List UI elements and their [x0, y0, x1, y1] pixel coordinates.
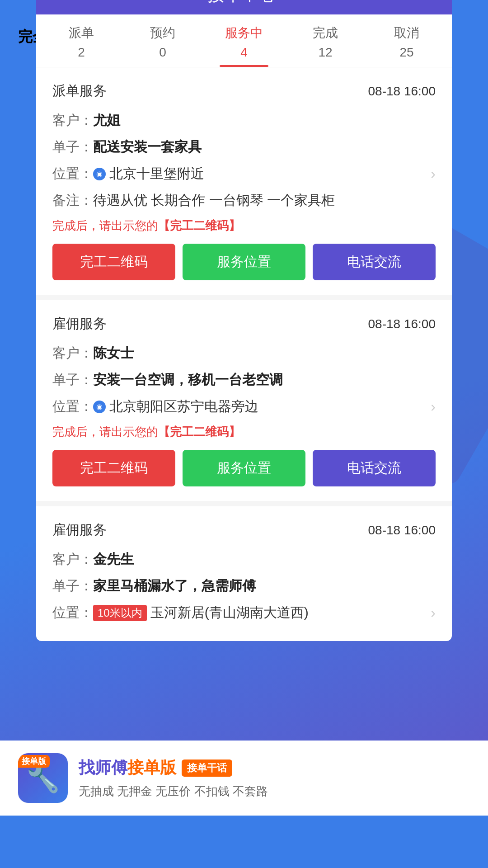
card3-order: 家里马桶漏水了，急需师傅 [93, 577, 256, 595]
distance-badge: 10米以内 [93, 605, 147, 621]
card2-customer: 陈女士 [93, 344, 134, 363]
card2-location-row[interactable]: 位置： 北京朝阳区苏宁电器旁边 › [52, 397, 436, 416]
tab-cancel-count: 25 [399, 45, 413, 60]
ad-icon: 接单版 🔧 [18, 753, 68, 803]
card1-btn-phone[interactable]: 电话交流 [313, 244, 436, 280]
card2-location-arrow: › [431, 398, 436, 415]
card1-actions: 完工二维码 服务位置 电话交流 [52, 244, 436, 280]
tab-cancel-label: 取消 [394, 24, 419, 42]
card2-order: 安装一台空调，移机一台老空调 [93, 371, 283, 389]
nav-bar: ‹ 接单中心 [36, 0, 452, 14]
ad-content: 找师傅接单版 接单干话 无抽成 无押金 无压价 不扣钱 不套路 [79, 757, 470, 799]
card2-btn-phone[interactable]: 电话交流 [313, 450, 436, 486]
tab-cancel[interactable]: 取消 25 [366, 14, 447, 67]
card3-order-row: 单子： 家里马桶漏水了，急需师傅 [52, 577, 436, 595]
card2-order-row: 单子： 安装一台空调，移机一台老空调 [52, 371, 436, 389]
nav-title: 接单中心 [65, 0, 419, 6]
card1-note-label: 备注： [52, 191, 93, 210]
card3-customer: 金先生 [93, 550, 134, 569]
tab-in-service-label: 服务中 [225, 24, 263, 42]
ad-title-main: 找师傅接单版 [79, 757, 176, 779]
card3-customer-row: 客户： 金先生 [52, 550, 436, 569]
card2-qr-reminder: 完成后，请出示您的【完工二维码】 [52, 424, 436, 440]
tab-dispatch-label: 派单 [69, 24, 94, 42]
card3-customer-label: 客户： [52, 550, 93, 569]
card2-customer-label: 客户： [52, 344, 93, 363]
card3-time: 08-18 16:00 [368, 523, 436, 538]
service-card-2: 雇佣服务 08-18 16:00 客户： 陈女士 单子： 安装一台空调，移机一台… [36, 300, 452, 506]
location-icon-2 [93, 401, 106, 413]
tab-dispatch[interactable]: 派单 2 [41, 14, 122, 67]
tab-dispatch-count: 2 [78, 45, 85, 60]
card1-location-row[interactable]: 位置： 北京十里堡附近 › [52, 165, 436, 183]
card1-btn-qr[interactable]: 完工二维码 [52, 244, 175, 280]
card1-order-label: 单子： [52, 138, 93, 156]
ad-subtitle: 无抽成 无押金 无压价 不扣钱 不套路 [79, 783, 470, 799]
card1-btn-location[interactable]: 服务位置 [183, 244, 305, 280]
card1-customer-row: 客户： 尤姐 [52, 111, 436, 130]
card1-type: 派单服务 [52, 82, 107, 100]
tab-complete-label: 完成 [313, 24, 338, 42]
card2-type: 雇佣服务 [52, 315, 107, 333]
card1-location-label: 位置： [52, 165, 93, 183]
card1-location-arrow: › [431, 165, 436, 182]
card3-location: 玉河新居(青山湖南大道西) [150, 604, 431, 622]
tab-appointment-count: 0 [159, 45, 166, 60]
tab-complete-count: 12 [318, 45, 332, 60]
ad-icon-badge: 接单版 [18, 755, 50, 768]
card1-customer: 尤姐 [93, 111, 120, 130]
ad-banner: 接单版 🔧 找师傅接单版 接单干话 无抽成 无押金 无压价 不扣钱 不套路 [0, 741, 488, 816]
card2-btn-qr[interactable]: 完工二维码 [52, 450, 175, 486]
service-card-3: 雇佣服务 08-18 16:00 客户： 金先生 单子： 家里马桶漏水了，急需师… [36, 506, 452, 641]
tab-in-service[interactable]: 服务中 4 [203, 14, 285, 67]
card1-time: 08-18 16:00 [368, 84, 436, 99]
card2-location: 北京朝阳区苏宁电器旁边 [109, 397, 431, 416]
card2-actions: 完工二维码 服务位置 电话交流 [52, 450, 436, 486]
card1-order: 配送安装一套家具 [93, 138, 202, 156]
card2-customer-row: 客户： 陈女士 [52, 344, 436, 363]
card1-customer-label: 客户： [52, 111, 93, 130]
card3-location-row[interactable]: 位置： 10米以内 玉河新居(青山湖南大道西) › [52, 604, 436, 622]
card3-order-label: 单子： [52, 577, 93, 595]
card2-btn-location[interactable]: 服务位置 [183, 450, 305, 486]
location-icon-1 [93, 168, 106, 180]
card1-location: 北京十里堡附近 [109, 165, 431, 183]
tab-appointment-label: 预约 [150, 24, 175, 42]
card3-location-arrow: › [431, 604, 436, 621]
card1-note-row: 备注： 待遇从优 长期合作 一台钢琴 一个家具柜 [52, 191, 436, 210]
card3-type: 雇佣服务 [52, 521, 107, 539]
tab-appointment[interactable]: 预约 0 [122, 14, 203, 67]
card1-note: 待遇从优 长期合作 一台钢琴 一个家具柜 [93, 191, 335, 210]
card1-order-row: 单子： 配送安装一套家具 [52, 138, 436, 156]
card3-location-label: 位置： [52, 604, 93, 622]
card2-order-label: 单子： [52, 371, 93, 389]
card2-time: 08-18 16:00 [368, 317, 436, 331]
ad-title-row: 找师傅接单版 接单干话 [79, 757, 470, 779]
card1-qr-reminder: 完成后，请出示您的【完工二维码】 [52, 218, 436, 234]
service-card-1: 派单服务 08-18 16:00 客户： 尤姐 单子： 配送安装一套家具 位置：… [36, 67, 452, 300]
card2-location-label: 位置： [52, 397, 93, 416]
tabs-container: 派单 2 预约 0 服务中 4 完成 12 取消 25 [36, 14, 452, 67]
tab-complete[interactable]: 完成 12 [285, 14, 366, 67]
main-card: ‹ 接单中心 派单 2 预约 0 服务中 4 完成 12 取消 25 [36, 0, 452, 641]
ad-title-badge: 接单干话 [182, 760, 232, 777]
back-button[interactable]: ‹ [49, 0, 56, 6]
tab-in-service-count: 4 [240, 45, 248, 60]
